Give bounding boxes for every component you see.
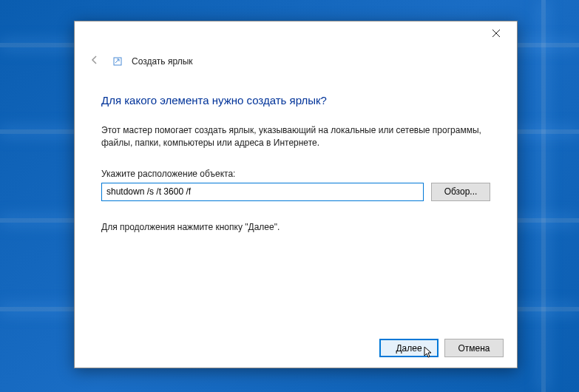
cancel-button[interactable]: Отмена xyxy=(444,339,504,357)
dialog-footer: Далее Отмена xyxy=(75,328,517,368)
next-button[interactable]: Далее xyxy=(379,339,439,357)
dialog-header: Создать ярлык xyxy=(75,45,517,72)
create-shortcut-dialog: Создать ярлык Для какого элемента нужно … xyxy=(74,21,518,368)
location-input-row: Обзор... xyxy=(101,183,490,201)
wizard-title: Создать ярлык xyxy=(132,56,193,67)
continue-instruction: Для продолжения нажмите кнопку "Далее". xyxy=(101,222,490,232)
back-arrow-icon[interactable] xyxy=(86,51,104,72)
browse-button[interactable]: Обзор... xyxy=(431,183,490,201)
wizard-description: Этот мастер помогает создать ярлык, указ… xyxy=(101,124,490,149)
dialog-titlebar xyxy=(75,21,517,45)
shortcut-icon xyxy=(112,56,123,67)
dialog-content: Для какого элемента нужно создать ярлык?… xyxy=(75,72,517,232)
next-button-label: Далее xyxy=(396,343,421,354)
cursor-icon xyxy=(424,346,434,362)
close-button[interactable] xyxy=(481,23,511,44)
wizard-heading: Для какого элемента нужно создать ярлык? xyxy=(101,94,490,107)
location-label: Укажите расположение объекта: xyxy=(101,169,490,179)
close-icon xyxy=(492,30,500,37)
location-input[interactable] xyxy=(101,183,424,201)
